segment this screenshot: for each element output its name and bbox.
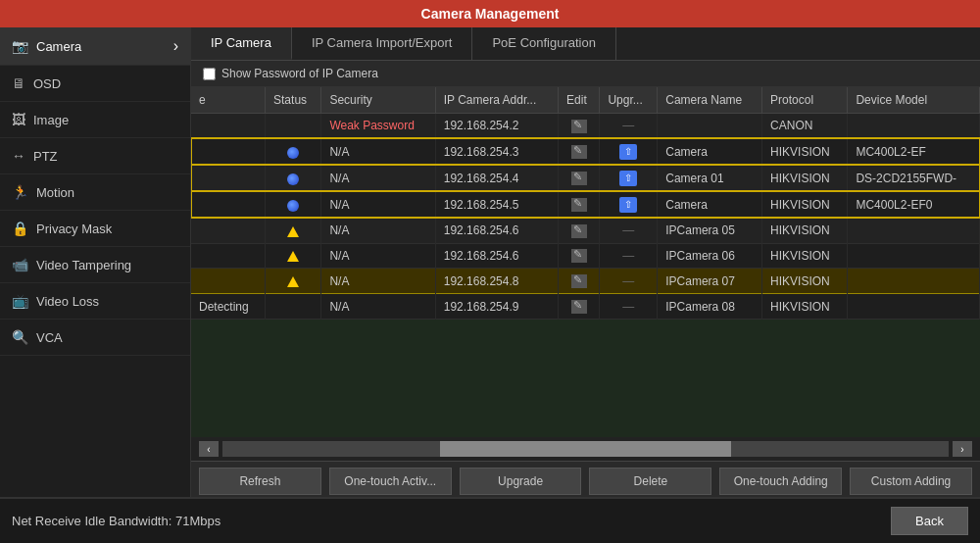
cell-device-model — [848, 294, 980, 320]
cell-status — [266, 294, 321, 320]
sidebar-item-video-tampering[interactable]: 📹 Video Tampering — [0, 247, 190, 283]
cell-security: N/A — [321, 218, 435, 243]
cell-e — [191, 191, 266, 218]
sidebar-item-osd[interactable]: 🖥 OSD — [0, 66, 190, 102]
cell-edit[interactable] — [559, 165, 600, 191]
cell-edit[interactable] — [559, 243, 600, 269]
camera-table: e Status Security IP Camera Addr... Edit… — [191, 87, 980, 320]
bottom-bar: Net Receive Idle Bandwidth: 71Mbps Back — [0, 497, 980, 543]
back-button[interactable]: Back — [891, 507, 968, 535]
cell-status — [266, 191, 321, 218]
col-edit: Edit — [559, 87, 600, 114]
table-row[interactable]: N/A192.168.254.6—IPCamera 06HIKVISION — [191, 243, 980, 269]
tab-ip-camera-import[interactable]: IP Camera Import/Export — [292, 27, 473, 60]
col-security: Security — [321, 87, 435, 114]
cell-upgrade[interactable]: — — [600, 269, 658, 294]
table-row[interactable]: N/A192.168.254.6—IPCamera 05HIKVISION — [191, 218, 980, 243]
refresh-button[interactable]: Refresh — [199, 468, 321, 495]
table-row[interactable]: N/A192.168.254.5⇧CameraHIKVISIONMC400L2-… — [191, 191, 980, 218]
status-dot-yellow — [287, 276, 299, 287]
sidebar-item-video-loss[interactable]: 📺 Video Loss — [0, 283, 190, 320]
show-password-label: Show Password of IP Camera — [221, 67, 378, 80]
cell-security: N/A — [321, 294, 435, 320]
scroll-right-button[interactable]: › — [953, 441, 972, 457]
cell-security: N/A — [321, 243, 435, 269]
cell-status — [266, 243, 321, 269]
image-icon: 🖼 — [12, 112, 25, 127]
cell-security: Weak Password — [321, 114, 435, 139]
sidebar-item-camera[interactable]: 📷 Camera — [0, 27, 190, 66]
cell-protocol: HIKVISION — [762, 165, 848, 191]
ptz-icon: ↔ — [12, 148, 25, 164]
sidebar-item-motion[interactable]: 🏃 Motion — [0, 174, 190, 211]
one-touch-activ-button[interactable]: One-touch Activ... — [329, 468, 452, 495]
content-area: IP Camera IP Camera Import/Export PoE Co… — [191, 27, 980, 539]
status-dot-blue — [287, 200, 299, 212]
col-ip: IP Camera Addr... — [435, 87, 558, 114]
upgrade-button[interactable]: Upgrade — [460, 468, 582, 495]
cell-edit[interactable] — [559, 191, 600, 218]
action-buttons-row: Refresh One-touch Activ... Upgrade Delet… — [191, 461, 980, 501]
table-row[interactable]: DetectingN/A192.168.254.9—IPCamera 08HIK… — [191, 294, 980, 320]
cell-upgrade[interactable]: — — [600, 114, 658, 139]
edit-icon[interactable] — [571, 274, 587, 288]
table-row[interactable]: N/A192.168.254.8—IPCamera 07HIKVISION — [191, 269, 980, 294]
scroll-left-button[interactable]: ‹ — [199, 441, 219, 457]
cell-device-model: MC400L2-EF — [848, 138, 980, 165]
cell-camera-name: IPCamera 06 — [658, 243, 762, 269]
cell-e — [191, 218, 266, 243]
cell-e — [191, 243, 266, 269]
cell-camera-name: Camera — [658, 191, 762, 218]
cell-upgrade[interactable]: ⇧ — [600, 138, 658, 165]
tab-ip-camera[interactable]: IP Camera — [191, 27, 292, 60]
cell-upgrade[interactable]: ⇧ — [600, 165, 658, 191]
vca-icon: 🔍 — [12, 329, 28, 345]
edit-icon[interactable] — [571, 120, 587, 133]
cell-protocol: CANON — [762, 114, 848, 139]
upgrade-arrow-icon[interactable]: ⇧ — [619, 171, 637, 186]
cell-status — [266, 218, 321, 243]
sidebar-item-privacy-mask[interactable]: 🔒 Privacy Mask — [0, 211, 190, 247]
upgrade-arrow-icon[interactable]: ⇧ — [619, 144, 637, 160]
custom-adding-button[interactable]: Custom Adding — [850, 468, 972, 495]
sidebar-item-vca[interactable]: 🔍 VCA — [0, 320, 190, 356]
col-device-model: Device Model — [848, 87, 980, 114]
privacy-mask-icon: 🔒 — [12, 221, 28, 236]
table-row[interactable]: N/A192.168.254.3⇧CameraHIKVISIONMC400L2-… — [191, 138, 980, 165]
cell-edit[interactable] — [559, 114, 600, 139]
cell-ip: 192.168.254.3 — [435, 138, 558, 165]
scroll-track[interactable] — [222, 441, 949, 457]
title-bar: Camera Management — [0, 0, 980, 27]
sidebar-item-ptz[interactable]: ↔ PTZ — [0, 138, 190, 174]
table-row[interactable]: Weak Password192.168.254.2—CANON — [191, 114, 980, 139]
cell-edit[interactable] — [559, 294, 600, 320]
cell-edit[interactable] — [559, 138, 600, 165]
cell-upgrade[interactable]: — — [600, 243, 658, 269]
edit-icon[interactable] — [571, 145, 587, 159]
sidebar-item-image[interactable]: 🖼 Image — [0, 102, 190, 138]
one-touch-adding-button[interactable]: One-touch Adding — [719, 468, 842, 495]
col-status: Status — [266, 87, 321, 114]
cell-device-model — [848, 243, 980, 269]
cell-security: N/A — [321, 165, 435, 191]
cell-protocol: HIKVISION — [762, 138, 848, 165]
show-password-checkbox[interactable] — [203, 68, 216, 80]
cell-edit[interactable] — [559, 269, 600, 294]
cell-upgrade[interactable]: ⇧ — [600, 191, 658, 218]
table-row[interactable]: N/A192.168.254.4⇧Camera 01HIKVISIONDS-2C… — [191, 165, 980, 191]
upgrade-arrow-icon[interactable]: ⇧ — [619, 197, 637, 213]
edit-icon[interactable] — [571, 172, 587, 185]
cell-upgrade[interactable]: — — [600, 294, 658, 320]
edit-icon[interactable] — [571, 224, 587, 238]
edit-icon[interactable] — [571, 300, 587, 314]
tab-poe-config[interactable]: PoE Configuration — [472, 27, 616, 60]
cell-device-model — [848, 218, 980, 243]
edit-icon[interactable] — [571, 198, 587, 212]
scroll-thumb — [440, 441, 730, 457]
osd-icon: 🖥 — [12, 75, 25, 91]
cell-edit[interactable] — [559, 218, 600, 243]
delete-button[interactable]: Delete — [589, 468, 711, 495]
cell-protocol: HIKVISION — [762, 294, 848, 320]
cell-upgrade[interactable]: — — [600, 218, 658, 243]
edit-icon[interactable] — [571, 249, 587, 263]
